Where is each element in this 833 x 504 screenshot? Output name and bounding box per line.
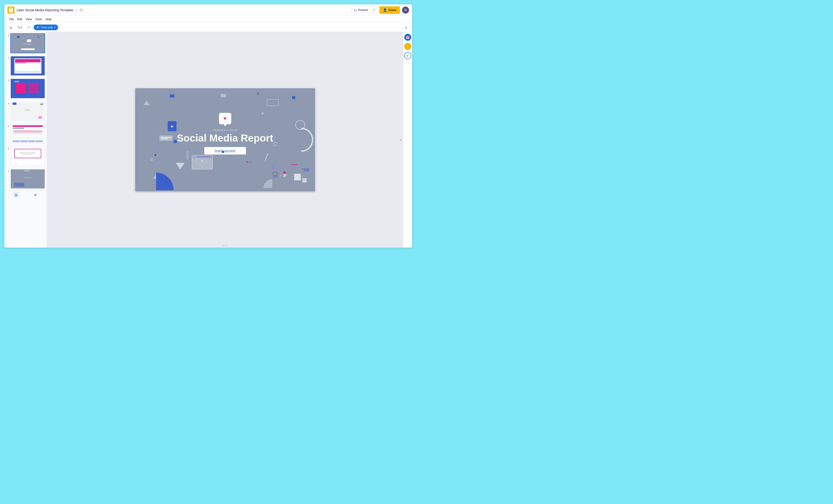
collapse-button[interactable]: ▲ <box>403 24 409 30</box>
slide-num-4: 4 <box>6 102 9 105</box>
slide-thumb-2[interactable]: 2 <box>4 54 47 77</box>
menu-tools[interactable]: Tools <box>33 17 44 22</box>
slide-thumb-3[interactable]: 3 <box>4 77 47 100</box>
deco-browser-window: 📈 <box>192 155 213 169</box>
deco-blue-sq-mid <box>222 151 224 153</box>
slide-thumb-inner-1[interactable]: ♥ Social Media Report <box>10 33 45 53</box>
deco-triangle-1 <box>144 100 150 105</box>
menu-edit[interactable]: Edit <box>16 17 24 22</box>
view-only-label: View only <box>41 26 53 29</box>
logo-placeholder-text: [Insert Logo here] <box>215 149 235 152</box>
slide-thumb-inner-7[interactable]: Instagram Stories <box>10 169 45 189</box>
share-button[interactable]: 👤 Share <box>379 6 400 14</box>
document-title: Later Social Media Reporting Template <box>17 8 73 12</box>
slide-panel: 1 ♥ Social Media Report <box>4 32 47 248</box>
right-sidebar: 📅 ✓ ✔ <box>403 32 412 248</box>
deco-diamond-outline <box>273 142 277 146</box>
deco-arc-right <box>301 128 313 152</box>
slide-thumb-inner-3[interactable] <box>10 78 45 98</box>
slide-dots-indicator <box>223 245 228 246</box>
slide-thumb-4[interactable]: 4 Instagram <box>4 100 47 122</box>
canvas-area: ♥ JANUARY 2019 Social Media Report [Inse… <box>47 32 403 248</box>
slide-num-3: 3 <box>6 79 9 82</box>
slide-main-title: Social Media Report <box>177 132 273 144</box>
deco-chat-lines <box>159 136 172 141</box>
slide-num-5: 5 <box>6 125 9 127</box>
avatar[interactable]: U <box>402 6 409 14</box>
slide-thumb-inner-2[interactable] <box>10 56 45 76</box>
menu-bar: File Edit View Tools Help <box>4 16 412 23</box>
menu-file[interactable]: File <box>7 17 16 22</box>
deco-white-sq-br <box>294 174 301 181</box>
monitor-icon: ▭ <box>354 8 357 12</box>
view-only-button[interactable]: 👁 View only ▾ <box>34 25 58 30</box>
slide-num-1: 1 <box>6 34 9 37</box>
zoom-group: 🔍▾ <box>15 24 25 30</box>
slide-thumb-6[interactable]: 6 Results <box>4 145 47 168</box>
calendar-icon: 📅 <box>406 35 409 39</box>
next-slide-arrow[interactable]: › <box>400 138 401 142</box>
deco-quarter-circle-br <box>263 179 272 188</box>
chat-bubble: ♥ <box>219 113 231 124</box>
deco-rect-outline-tr <box>267 99 279 106</box>
deco-pink-dot-2 <box>250 162 252 163</box>
present-label[interactable]: ▭ Present <box>351 6 371 14</box>
star-icon[interactable]: ☆ <box>75 8 78 12</box>
keep-button[interactable]: ✔ <box>404 52 411 59</box>
toolbar: 🖨 🔍▾ ↖ 👁 View only ▾ ▲ <box>4 23 412 32</box>
deco-blue-quarter-circle <box>156 173 174 190</box>
person-icon: 👤 <box>383 8 387 12</box>
deco-blue-rect-tr <box>292 96 295 99</box>
tasks-icon: ✓ <box>406 45 409 48</box>
present-dropdown[interactable]: ▾ <box>371 6 377 14</box>
deco-blue-rect-1 <box>170 94 174 97</box>
deco-triangle-white <box>176 163 185 169</box>
deco-white-dot <box>262 113 263 114</box>
present-text: Present <box>358 8 368 11</box>
deco-dark-sq <box>257 93 259 95</box>
slide-num-2: 2 <box>6 57 9 59</box>
deco-pink-dash <box>291 164 298 165</box>
menu-help[interactable]: Help <box>44 17 53 22</box>
logo-placeholder-box: [Insert Logo here] <box>204 147 246 154</box>
deco-white-rect-tl <box>221 94 226 97</box>
chevron-down-icon: ▾ <box>54 26 55 29</box>
slide-num-7: 7 <box>6 170 9 172</box>
tasks-button[interactable]: ✓ <box>404 43 411 50</box>
share-label: Share <box>388 8 396 11</box>
slide-thumb-7[interactable]: 7 Instagram Stories <box>4 168 47 190</box>
slide-thumb-5[interactable]: 5 <box>4 122 47 145</box>
deco-white-tiny-sq <box>237 148 239 151</box>
deco-white-sq-br2 <box>302 178 307 183</box>
heart-icon: ♥ <box>223 116 227 121</box>
deco-vert-lines <box>187 151 189 160</box>
slide-thumb-inner-5[interactable] <box>10 124 45 144</box>
deco-pentagon <box>150 158 153 161</box>
title-bar: Later Social Media Reporting Template ☆ … <box>4 4 412 16</box>
slide-thumb-1[interactable]: 1 ♥ Social Media Report <box>4 32 47 54</box>
calendar-button[interactable]: 📅 <box>404 34 411 41</box>
slide-thumb-inner-6[interactable]: Results <box>10 146 45 166</box>
cloud-icon[interactable]: ⛅ <box>79 8 84 12</box>
deco-pie-chart <box>280 170 287 177</box>
grid-view-button[interactable]: ⊞ <box>32 192 38 198</box>
deco-pencil <box>265 153 268 162</box>
app-logo <box>7 6 15 14</box>
deco-phone-outline <box>272 164 275 168</box>
slide-canvas: ♥ JANUARY 2019 Social Media Report [Inse… <box>135 88 315 191</box>
zoom-button[interactable]: 🔍▾ <box>15 24 25 30</box>
deco-blue-sq-1 <box>154 154 156 156</box>
slide-thumb-inner-4[interactable]: Instagram <box>10 101 45 121</box>
slide-panel-footer: ▤ ⊞ <box>4 190 47 199</box>
menu-view[interactable]: View <box>24 17 33 22</box>
deco-blue-line-1 <box>302 169 310 169</box>
deco-package-icon: 📦 <box>272 172 278 178</box>
deco-pink-dot-1 <box>246 161 248 163</box>
list-view-button[interactable]: ▤ <box>13 192 19 198</box>
present-button-group[interactable]: ▭ Present ▾ <box>351 6 377 14</box>
deco-blue-line-2 <box>304 170 310 171</box>
print-button[interactable]: 🖨 <box>7 24 14 30</box>
cursor-button[interactable]: ↖ <box>26 24 32 30</box>
deco-play-button: ▶ <box>168 121 176 131</box>
main-content: 1 ♥ Social Media Report <box>4 32 412 248</box>
